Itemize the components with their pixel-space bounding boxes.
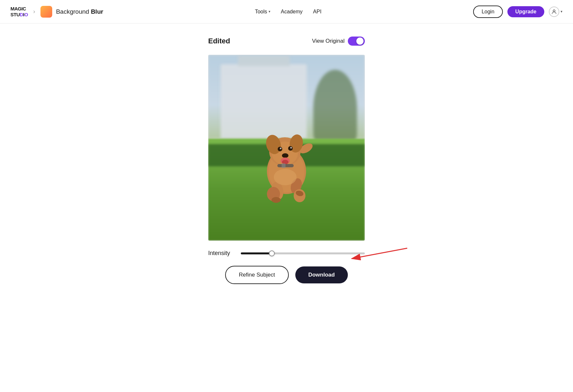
- img-tree-layer: [313, 70, 357, 148]
- nav-api[interactable]: API: [313, 9, 321, 15]
- tool-name: Background Blur: [56, 8, 103, 15]
- breadcrumb-arrow: ›: [33, 8, 35, 15]
- user-menu[interactable]: ▾: [549, 7, 563, 17]
- img-dog: [254, 122, 319, 207]
- view-original-area: View Original: [312, 37, 365, 46]
- header: MAGIC STUDIO › Background Blur Tools ▾ A…: [0, 0, 573, 23]
- svg-point-9: [288, 146, 293, 151]
- main-content: Edited View Original: [0, 23, 573, 304]
- upgrade-button[interactable]: Upgrade: [507, 6, 544, 17]
- toggle-knob: [356, 38, 364, 45]
- svg-point-0: [553, 10, 555, 12]
- header-left: MAGIC STUDIO › Background Blur: [10, 6, 103, 18]
- svg-point-12: [282, 153, 288, 158]
- main-nav: Tools ▾ Academy API: [255, 9, 321, 15]
- svg-point-10: [280, 148, 282, 149]
- user-chevron-icon: ▾: [561, 9, 563, 14]
- image-canvas: [208, 55, 365, 241]
- intensity-slider-container: [241, 252, 365, 254]
- header-right: Login Upgrade ▾: [473, 6, 563, 18]
- logo-text: MAGIC STUDIO: [10, 6, 28, 17]
- user-avatar: [549, 7, 559, 17]
- intensity-row: Intensity: [208, 250, 365, 257]
- top-row: Edited View Original: [208, 37, 365, 46]
- svg-rect-16: [282, 163, 286, 168]
- tools-chevron-icon: ▾: [269, 9, 271, 14]
- login-button[interactable]: Login: [473, 6, 503, 18]
- buttons-row: Refine Subject Download: [225, 266, 348, 284]
- tool-icon: [40, 6, 52, 18]
- view-original-toggle[interactable]: [348, 37, 365, 46]
- svg-point-21: [274, 169, 297, 185]
- svg-point-8: [278, 147, 282, 151]
- svg-point-22: [271, 197, 281, 203]
- nav-tools[interactable]: Tools ▾: [255, 9, 270, 15]
- logo-link[interactable]: MAGIC STUDIO: [10, 6, 28, 17]
- download-button[interactable]: Download: [295, 266, 348, 283]
- refine-subject-button[interactable]: Refine Subject: [225, 266, 289, 284]
- intensity-label: Intensity: [208, 250, 234, 257]
- user-icon: [551, 9, 557, 15]
- edited-image: [208, 55, 365, 241]
- view-original-label: View Original: [312, 38, 345, 44]
- nav-academy[interactable]: Academy: [281, 9, 303, 15]
- edited-label: Edited: [208, 37, 230, 45]
- svg-point-11: [290, 147, 292, 149]
